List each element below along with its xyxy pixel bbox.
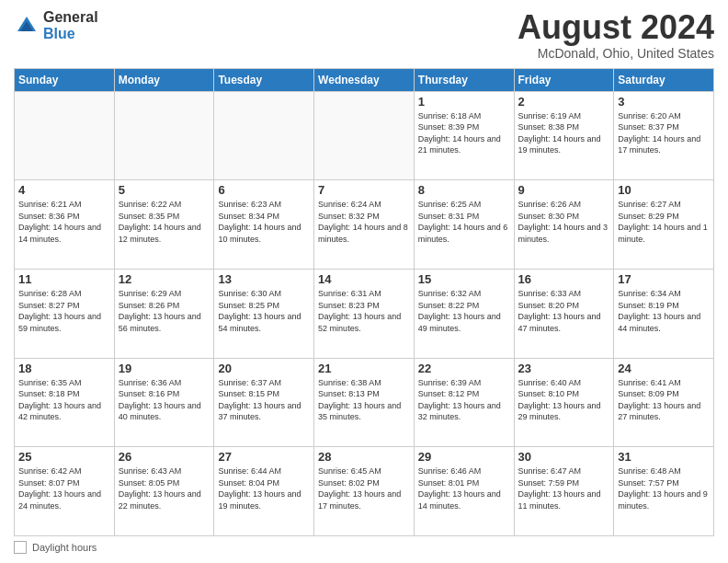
day-info: Sunrise: 6:43 AM Sunset: 8:05 PM Dayligh…	[119, 465, 210, 511]
title-block: August 2024 McDonald, Ohio, United State…	[518, 9, 714, 61]
day-number: 1	[418, 95, 510, 109]
day-number: 29	[418, 450, 510, 464]
calendar-cell	[214, 91, 314, 180]
logo-general-text: General	[43, 9, 98, 26]
day-number: 20	[218, 362, 310, 375]
col-tuesday: Tuesday	[214, 68, 314, 91]
day-info: Sunrise: 6:42 AM Sunset: 8:07 PM Dayligh…	[18, 465, 110, 511]
calendar-week-5: 25Sunrise: 6:42 AM Sunset: 8:07 PM Dayli…	[15, 447, 714, 536]
calendar-cell: 6Sunrise: 6:23 AM Sunset: 8:34 PM Daylig…	[214, 180, 314, 270]
footer: Daylight hours	[14, 541, 714, 554]
col-friday: Friday	[514, 68, 614, 91]
calendar-week-4: 18Sunrise: 6:35 AM Sunset: 8:18 PM Dayli…	[15, 358, 714, 447]
calendar-cell: 29Sunrise: 6:46 AM Sunset: 8:01 PM Dayli…	[414, 447, 514, 536]
day-number: 12	[119, 272, 210, 286]
calendar-cell: 16Sunrise: 6:33 AM Sunset: 8:20 PM Dayli…	[514, 269, 614, 358]
day-number: 31	[618, 450, 710, 464]
day-number: 22	[418, 362, 510, 375]
day-info: Sunrise: 6:26 AM Sunset: 8:30 PM Dayligh…	[518, 199, 610, 245]
day-info: Sunrise: 6:38 AM Sunset: 8:13 PM Dayligh…	[318, 377, 410, 423]
calendar-cell	[314, 91, 415, 180]
calendar-cell: 14Sunrise: 6:31 AM Sunset: 8:23 PM Dayli…	[314, 269, 415, 358]
calendar-cell: 27Sunrise: 6:44 AM Sunset: 8:04 PM Dayli…	[214, 447, 314, 536]
col-monday: Monday	[114, 68, 214, 91]
header: General Blue August 2024 McDonald, Ohio,…	[14, 9, 714, 61]
subtitle: McDonald, Ohio, United States	[518, 46, 714, 61]
day-number: 14	[318, 272, 410, 286]
logo-icon	[14, 13, 40, 39]
calendar-cell: 3Sunrise: 6:20 AM Sunset: 8:37 PM Daylig…	[614, 91, 714, 180]
day-info: Sunrise: 6:41 AM Sunset: 8:09 PM Dayligh…	[618, 377, 710, 423]
calendar-cell: 26Sunrise: 6:43 AM Sunset: 8:05 PM Dayli…	[114, 447, 214, 536]
day-info: Sunrise: 6:34 AM Sunset: 8:19 PM Dayligh…	[618, 288, 710, 334]
day-info: Sunrise: 6:23 AM Sunset: 8:34 PM Dayligh…	[218, 199, 310, 245]
day-info: Sunrise: 6:20 AM Sunset: 8:37 PM Dayligh…	[618, 110, 710, 156]
calendar-cell: 11Sunrise: 6:28 AM Sunset: 8:27 PM Dayli…	[15, 269, 115, 358]
day-info: Sunrise: 6:39 AM Sunset: 8:12 PM Dayligh…	[418, 377, 510, 423]
calendar-week-3: 11Sunrise: 6:28 AM Sunset: 8:27 PM Dayli…	[15, 269, 714, 358]
day-info: Sunrise: 6:45 AM Sunset: 8:02 PM Dayligh…	[318, 465, 410, 511]
day-number: 26	[119, 450, 210, 464]
calendar-cell: 9Sunrise: 6:26 AM Sunset: 8:30 PM Daylig…	[514, 180, 614, 270]
day-info: Sunrise: 6:40 AM Sunset: 8:10 PM Dayligh…	[518, 377, 610, 423]
day-info: Sunrise: 6:33 AM Sunset: 8:20 PM Dayligh…	[518, 288, 610, 334]
day-number: 28	[318, 450, 410, 464]
day-number: 10	[618, 183, 710, 197]
day-number: 16	[518, 272, 610, 286]
day-info: Sunrise: 6:28 AM Sunset: 8:27 PM Dayligh…	[18, 288, 110, 334]
daylight-box-icon	[14, 541, 27, 554]
day-info: Sunrise: 6:25 AM Sunset: 8:31 PM Dayligh…	[418, 199, 510, 245]
calendar-table: Sunday Monday Tuesday Wednesday Thursday…	[14, 68, 714, 536]
calendar-cell: 18Sunrise: 6:35 AM Sunset: 8:18 PM Dayli…	[15, 358, 115, 447]
calendar-cell: 24Sunrise: 6:41 AM Sunset: 8:09 PM Dayli…	[614, 358, 714, 447]
day-number: 9	[518, 183, 610, 197]
calendar-cell: 20Sunrise: 6:37 AM Sunset: 8:15 PM Dayli…	[214, 358, 314, 447]
day-info: Sunrise: 6:21 AM Sunset: 8:36 PM Dayligh…	[18, 199, 110, 245]
day-number: 17	[618, 272, 710, 286]
day-info: Sunrise: 6:36 AM Sunset: 8:16 PM Dayligh…	[119, 377, 210, 423]
day-info: Sunrise: 6:31 AM Sunset: 8:23 PM Dayligh…	[318, 288, 410, 334]
page: General Blue August 2024 McDonald, Ohio,…	[0, 0, 728, 563]
day-info: Sunrise: 6:37 AM Sunset: 8:15 PM Dayligh…	[218, 377, 310, 423]
day-number: 7	[318, 183, 410, 197]
daylight-label: Daylight hours	[32, 542, 97, 553]
day-number: 11	[18, 272, 110, 286]
calendar-cell: 1Sunrise: 6:18 AM Sunset: 8:39 PM Daylig…	[414, 91, 514, 180]
day-info: Sunrise: 6:24 AM Sunset: 8:32 PM Dayligh…	[318, 199, 410, 245]
day-info: Sunrise: 6:35 AM Sunset: 8:18 PM Dayligh…	[18, 377, 110, 423]
main-title: August 2024	[518, 9, 714, 46]
day-info: Sunrise: 6:27 AM Sunset: 8:29 PM Dayligh…	[618, 199, 710, 245]
calendar-cell: 21Sunrise: 6:38 AM Sunset: 8:13 PM Dayli…	[314, 358, 415, 447]
calendar-cell: 8Sunrise: 6:25 AM Sunset: 8:31 PM Daylig…	[414, 180, 514, 270]
col-sunday: Sunday	[15, 68, 115, 91]
day-number: 21	[318, 362, 410, 375]
calendar-cell: 12Sunrise: 6:29 AM Sunset: 8:26 PM Dayli…	[114, 269, 214, 358]
day-number: 19	[119, 362, 210, 375]
calendar-cell: 10Sunrise: 6:27 AM Sunset: 8:29 PM Dayli…	[614, 180, 714, 270]
day-number: 8	[418, 183, 510, 197]
calendar-cell: 2Sunrise: 6:19 AM Sunset: 8:38 PM Daylig…	[514, 91, 614, 180]
day-number: 6	[218, 183, 310, 197]
day-number: 24	[618, 362, 710, 375]
day-info: Sunrise: 6:44 AM Sunset: 8:04 PM Dayligh…	[218, 465, 310, 511]
day-info: Sunrise: 6:48 AM Sunset: 7:57 PM Dayligh…	[618, 465, 710, 511]
col-saturday: Saturday	[614, 68, 714, 91]
calendar-cell: 17Sunrise: 6:34 AM Sunset: 8:19 PM Dayli…	[614, 269, 714, 358]
calendar-week-2: 4Sunrise: 6:21 AM Sunset: 8:36 PM Daylig…	[15, 180, 714, 270]
logo-text: General Blue	[43, 9, 98, 41]
calendar-cell: 19Sunrise: 6:36 AM Sunset: 8:16 PM Dayli…	[114, 358, 214, 447]
calendar-cell: 13Sunrise: 6:30 AM Sunset: 8:25 PM Dayli…	[214, 269, 314, 358]
day-number: 25	[18, 450, 110, 464]
day-info: Sunrise: 6:32 AM Sunset: 8:22 PM Dayligh…	[418, 288, 510, 334]
col-wednesday: Wednesday	[314, 68, 415, 91]
calendar-cell: 28Sunrise: 6:45 AM Sunset: 8:02 PM Dayli…	[314, 447, 415, 536]
day-number: 30	[518, 450, 610, 464]
day-number: 15	[418, 272, 510, 286]
day-info: Sunrise: 6:18 AM Sunset: 8:39 PM Dayligh…	[418, 110, 510, 156]
day-number: 4	[18, 183, 110, 197]
logo: General Blue	[14, 9, 98, 41]
calendar-cell	[114, 91, 214, 180]
day-info: Sunrise: 6:47 AM Sunset: 7:59 PM Dayligh…	[518, 465, 610, 511]
calendar-cell: 22Sunrise: 6:39 AM Sunset: 8:12 PM Dayli…	[414, 358, 514, 447]
calendar-cell: 30Sunrise: 6:47 AM Sunset: 7:59 PM Dayli…	[514, 447, 614, 536]
